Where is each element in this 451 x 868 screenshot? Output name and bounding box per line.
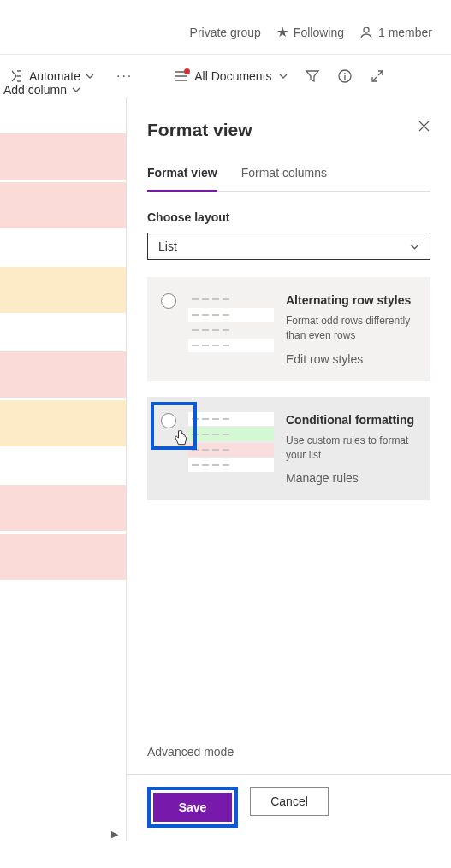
chevron-down-icon [279, 72, 288, 80]
chevron-down-icon [86, 72, 94, 80]
save-button[interactable]: Save [153, 793, 232, 822]
card-alternating-rows[interactable]: Alternating row styles Format odd rows d… [147, 277, 430, 381]
following-label: Following [294, 26, 344, 39]
tab-format-columns[interactable]: Format columns [241, 166, 327, 191]
table-row[interactable] [0, 485, 126, 531]
table-row[interactable] [0, 534, 126, 580]
tutorial-highlight-save: Save [147, 787, 238, 828]
table-row[interactable] [0, 267, 126, 313]
views-dropdown[interactable]: All Documents [172, 69, 287, 83]
format-view-panel: Format view Format view Format columns C… [127, 97, 451, 841]
card-alternating-desc: Format odd rows differently than even ro… [286, 314, 417, 344]
filter-icon[interactable] [305, 68, 320, 84]
table-row[interactable] [0, 133, 126, 180]
card-conditional-formatting[interactable]: Conditional formatting Use custom rules … [147, 397, 430, 501]
panel-tabs: Format view Format columns [147, 166, 430, 192]
chevron-down-icon [410, 242, 419, 251]
following-item[interactable]: ★ Following [276, 24, 344, 40]
table-row[interactable] [0, 351, 126, 398]
add-column-label: Add column [3, 83, 67, 97]
expand-icon[interactable] [370, 68, 385, 84]
cancel-button[interactable]: Cancel [250, 787, 329, 816]
edit-row-styles-link[interactable]: Edit row styles [286, 352, 417, 366]
list-column: Add column ▶ [0, 97, 127, 841]
badge-dot [184, 68, 190, 74]
members-item[interactable]: 1 member [359, 26, 432, 39]
layout-value: List [158, 239, 177, 253]
tab-format-view[interactable]: Format view [147, 166, 217, 192]
add-column-button[interactable]: Add column [2, 71, 80, 109]
choose-layout-label: Choose layout [147, 210, 430, 224]
more-button[interactable]: ··· [110, 68, 139, 84]
radio-alternating[interactable] [161, 293, 176, 309]
info-icon[interactable] [337, 68, 353, 84]
card-conditional-desc: Use custom rules to format your list [286, 434, 417, 464]
chevron-down-icon [72, 86, 80, 94]
card-alternating-title: Alternating row styles [286, 292, 417, 309]
card-conditional-title: Conditional formatting [286, 412, 417, 428]
conditional-preview [188, 412, 274, 486]
panel-title: Format view [147, 120, 252, 140]
page-header: Private group ★ Following 1 member [0, 0, 451, 54]
manage-rules-link[interactable]: Manage rules [286, 471, 417, 485]
tutorial-highlight [151, 402, 197, 450]
members-label: 1 member [378, 26, 432, 39]
alternating-preview [188, 292, 274, 366]
person-icon [359, 26, 373, 39]
layout-dropdown[interactable]: List [147, 233, 430, 260]
views-label: All Documents [194, 69, 271, 83]
close-icon [418, 120, 430, 133]
group-label: Private group [190, 26, 261, 39]
scroll-arrow-icon[interactable]: ▶ [111, 829, 118, 840]
table-row[interactable] [0, 400, 126, 446]
panel-footer: Save Cancel [127, 774, 451, 828]
advanced-mode-link[interactable]: Advanced mode [147, 745, 430, 759]
svg-point-0 [364, 27, 369, 32]
table-row[interactable] [0, 182, 126, 228]
close-button[interactable] [418, 120, 430, 133]
star-icon: ★ [276, 24, 288, 40]
